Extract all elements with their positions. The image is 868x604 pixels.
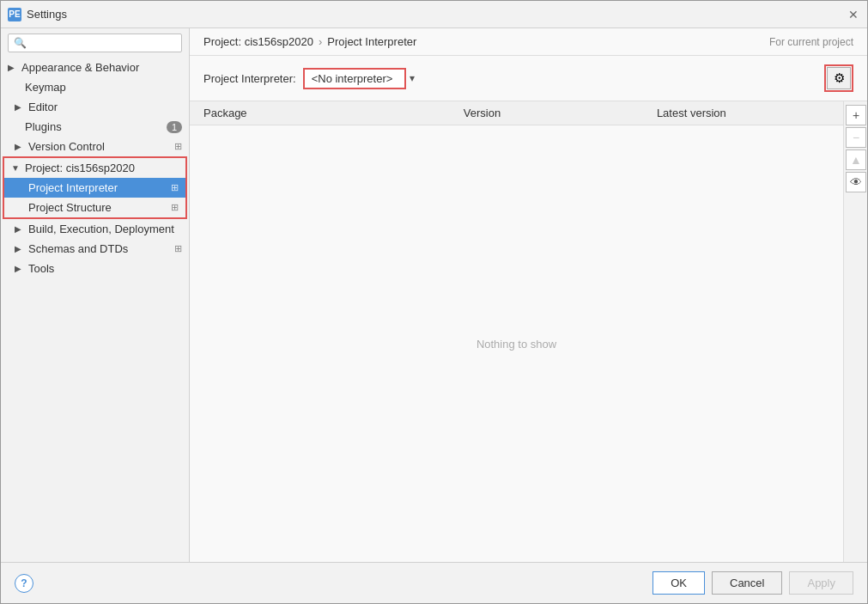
sidebar-item-label: Project: cis156sp2020 <box>25 162 135 174</box>
settings-window: PE Settings ✕ 🔍 ▶ Appearance & Behavior … <box>0 0 868 604</box>
remove-package-button[interactable]: − <box>846 127 866 148</box>
col-version-header: Version <box>457 105 650 121</box>
eye-icon: 👁 <box>850 175 862 189</box>
col-package-header: Package <box>190 105 457 121</box>
sidebar-item-plugins[interactable]: Plugins 1 <box>1 117 189 137</box>
sidebar-item-label: Plugins <box>25 120 62 133</box>
cancel-button[interactable]: Cancel <box>712 571 782 595</box>
expand-arrow-icon: ▶ <box>15 264 25 273</box>
up-icon: ▲ <box>850 153 862 167</box>
col-latest-header: Latest version <box>650 105 843 121</box>
apply-button[interactable]: Apply <box>789 571 853 595</box>
expand-arrow-icon: ▶ <box>15 142 25 151</box>
expand-arrow-icon: ▶ <box>15 102 25 112</box>
project-section: ▼ Project: cis156sp2020 Project Interpre… <box>3 156 187 219</box>
main-content: 🔍 ▶ Appearance & Behavior Keymap ▶ Edito… <box>1 28 867 562</box>
interpreter-row: Project Interpreter: <No interpreter> ▾ … <box>190 56 867 101</box>
search-icon: 🔍 <box>14 37 27 49</box>
sidebar-item-label: Version Control <box>28 140 105 153</box>
footer: ? OK Cancel Apply <box>1 562 867 603</box>
sidebar-item-version-control[interactable]: ▶ Version Control ⊞ <box>1 137 189 156</box>
sidebar-item-label: Keymap <box>25 81 66 94</box>
sidebar-item-appearance-behavior[interactable]: ▶ Appearance & Behavior <box>1 58 189 77</box>
sidebar-item-build-execution[interactable]: ▶ Build, Execution, Deployment <box>1 219 189 239</box>
remove-icon: − <box>853 131 859 144</box>
expand-arrow-icon: ▶ <box>8 63 18 72</box>
empty-message: Nothing to show <box>476 338 556 351</box>
add-icon: + <box>853 108 859 122</box>
sidebar-item-label: Appearance & Behavior <box>21 61 139 74</box>
breadcrumb-separator: › <box>319 35 322 48</box>
help-button[interactable]: ? <box>15 574 33 593</box>
sidebar-item-label: Project Interpreter <box>28 181 118 194</box>
footer-right: OK Cancel Apply <box>653 571 853 595</box>
copy-icon: ⊞ <box>174 141 182 152</box>
sidebar-item-keymap[interactable]: Keymap <box>1 77 189 97</box>
up-button[interactable]: ▲ <box>846 149 866 170</box>
table-header: Package Version Latest version <box>190 101 843 125</box>
sidebar-item-label: Editor <box>28 101 58 113</box>
sidebar-item-editor[interactable]: ▶ Editor <box>1 97 189 117</box>
packages-table: Package Version Latest version Nothing t… <box>190 101 843 562</box>
plugins-badge: 1 <box>167 121 182 133</box>
sidebar-item-project-cis156sp2020[interactable]: ▼ Project: cis156sp2020 <box>4 158 185 178</box>
gear-icon: ⚙ <box>834 70 845 86</box>
table-body-empty: Nothing to show <box>190 125 843 562</box>
expand-arrow-icon: ▶ <box>15 224 25 234</box>
add-package-button[interactable]: + <box>846 105 866 125</box>
search-input[interactable] <box>30 37 176 49</box>
sidebar-item-label: Project Structure <box>28 201 112 214</box>
sidebar-item-label: Schemas and DTDs <box>28 242 128 255</box>
eye-button[interactable]: 👁 <box>846 172 866 192</box>
title-bar: PE Settings ✕ <box>1 1 867 28</box>
help-icon: ? <box>21 577 27 589</box>
ok-button[interactable]: OK <box>653 571 705 595</box>
right-panel: Project: cis156sp2020 › Project Interpre… <box>190 28 867 562</box>
copy-icon: ⊞ <box>174 243 182 254</box>
side-actions: + − ▲ 👁 <box>843 101 867 562</box>
interpreter-label: Project Interpreter: <box>203 72 296 85</box>
search-box[interactable]: 🔍 <box>8 34 182 52</box>
packages-panel: Package Version Latest version Nothing t… <box>190 101 867 562</box>
sidebar-item-tools[interactable]: ▶ Tools <box>1 259 189 278</box>
sidebar-item-project-structure[interactable]: Project Structure ⊞ <box>4 198 185 217</box>
gear-button-wrapper: ⚙ <box>824 64 853 92</box>
footer-left: ? <box>15 574 33 593</box>
sidebar-item-label: Tools <box>28 262 54 275</box>
interpreter-select-display[interactable]: <No interpreter> <box>303 68 406 89</box>
window-title: Settings <box>27 8 67 21</box>
breadcrumb-current: Project Interpreter <box>327 35 416 48</box>
app-icon: PE <box>8 8 21 21</box>
interpreter-select-wrapper: <No interpreter> ▾ <box>303 68 817 89</box>
gear-button[interactable]: ⚙ <box>827 67 851 89</box>
close-button[interactable]: ✕ <box>847 8 860 21</box>
copy-icon: ⊞ <box>171 182 179 193</box>
expand-arrow-icon: ▶ <box>15 244 25 253</box>
breadcrumb-project: Project: cis156sp2020 <box>203 35 313 48</box>
breadcrumb-bar: Project: cis156sp2020 › Project Interpre… <box>190 28 867 56</box>
interpreter-value: <No interpreter> <box>312 72 393 85</box>
expand-arrow-icon: ▼ <box>11 163 21 173</box>
sidebar-item-schemas-dtds[interactable]: ▶ Schemas and DTDs ⊞ <box>1 239 189 259</box>
sidebar: 🔍 ▶ Appearance & Behavior Keymap ▶ Edito… <box>1 28 190 562</box>
for-current-label: For current project <box>769 36 853 48</box>
title-bar-left: PE Settings <box>8 8 67 21</box>
sidebar-item-project-interpreter[interactable]: Project Interpreter ⊞ <box>4 178 185 198</box>
dropdown-arrow-icon: ▾ <box>410 72 415 84</box>
copy-icon: ⊞ <box>171 202 179 213</box>
sidebar-item-label: Build, Execution, Deployment <box>28 223 174 235</box>
